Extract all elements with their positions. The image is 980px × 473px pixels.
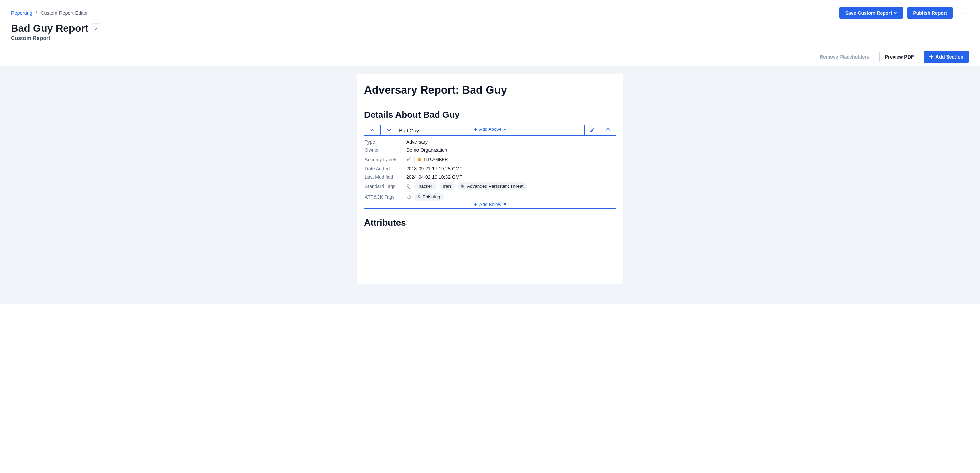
detail-label: ATT&CK Tags — [365, 194, 406, 200]
preview-pdf-button[interactable]: Preview PDF — [879, 51, 920, 63]
save-custom-report-label: Save Custom Report — [845, 10, 892, 16]
editor-canvas: Adversary Report: Bad Guy Details About … — [0, 66, 980, 304]
detail-value: Demo Organization — [406, 147, 447, 153]
tag-icon — [406, 194, 412, 200]
svg-point-3 — [407, 159, 409, 161]
tag-pill: hacker — [414, 182, 437, 190]
details-heading: Details About Bad Guy — [364, 110, 616, 120]
pencil-icon — [94, 26, 99, 30]
pencil-icon — [590, 127, 595, 133]
tag-pill: Advanced Persistent Threat — [458, 182, 527, 190]
breadcrumb-separator: / — [36, 10, 37, 16]
svg-point-1 — [962, 12, 963, 13]
remove-placeholders-button[interactable]: Remove Placeholders — [814, 51, 875, 63]
tag-label: Advanced Persistent Threat — [467, 184, 523, 189]
plus-icon — [929, 55, 933, 59]
svg-point-2 — [964, 12, 966, 13]
attributes-heading: Attributes — [364, 217, 616, 228]
attack-tag-pill: & Phishing — [414, 193, 444, 201]
ellipsis-icon — [960, 12, 966, 14]
detail-row-owner: Owner Demo Organization — [364, 146, 616, 154]
detail-value: 2024-04-02 19:10:32 GMT — [406, 174, 463, 180]
tlp-label: TLP:AMBER — [423, 157, 448, 162]
svg-point-4 — [408, 185, 408, 185]
tlp-badge: TLP:AMBER — [414, 156, 451, 163]
detail-value: Adversary — [406, 139, 428, 145]
detail-label: Owner — [365, 147, 406, 153]
add-below-button[interactable]: Add Below — [469, 200, 511, 209]
detail-row-last-modified: Last Modified 2024-04-02 19:10:32 GMT — [364, 173, 616, 181]
page-title: Bad Guy Report — [11, 22, 89, 34]
delete-section-button[interactable] — [600, 125, 616, 135]
preview-pdf-label: Preview PDF — [885, 54, 914, 59]
tag-icon — [406, 184, 412, 189]
trash-icon — [605, 127, 611, 133]
chevron-down-icon — [387, 129, 391, 132]
plus-icon — [474, 203, 477, 206]
add-section-label: Add Section — [935, 54, 963, 59]
plus-icon — [474, 127, 477, 131]
move-section-down-button[interactable] — [381, 125, 397, 135]
page-subtitle: Custom Report — [11, 35, 969, 41]
add-section-button[interactable]: Add Section — [924, 51, 969, 63]
detail-label: Type — [365, 139, 406, 145]
detail-value: 2018-09-21 17:19:28 GMT — [406, 166, 463, 172]
svg-point-5 — [408, 195, 408, 196]
svg-point-0 — [960, 12, 961, 13]
publish-report-button[interactable]: Publish Report — [907, 7, 953, 19]
tlp-amber-dot-icon — [417, 158, 421, 161]
breadcrumb-current: Custom Report Editor — [40, 10, 88, 16]
details-section-card: Bad Guy — [364, 125, 616, 209]
detail-row-date-added: Date Added 2018-09-21 17:19:28 GMT — [364, 165, 616, 173]
detail-row-standard-tags: Standard Tags hacker iran Advanced Persi… — [364, 181, 616, 191]
detail-label: Standard Tags — [365, 184, 406, 189]
attack-tag-label: Phishing — [423, 194, 440, 199]
more-actions-button[interactable] — [957, 7, 969, 19]
move-section-up-button[interactable] — [364, 125, 381, 135]
edit-section-button[interactable] — [584, 125, 600, 135]
attack-ampersand-icon: & — [417, 194, 421, 199]
chevron-down-icon — [894, 12, 897, 14]
caret-up-icon — [504, 128, 506, 130]
add-above-button[interactable]: Add Above — [469, 125, 511, 134]
detail-row-type: Type Adversary — [364, 138, 616, 146]
save-custom-report-button[interactable]: Save Custom Report — [840, 7, 904, 19]
tag-pill: iran — [439, 182, 455, 190]
edit-title-button[interactable] — [92, 24, 102, 33]
detail-label: Last Modified — [365, 174, 406, 180]
key-icon — [406, 157, 412, 162]
remove-placeholders-label: Remove Placeholders — [820, 54, 869, 59]
detail-row-security-labels: Security Labels TLP:AMBER — [364, 154, 616, 165]
tag-solid-icon — [460, 184, 465, 188]
caret-down-icon — [503, 204, 506, 205]
detail-label: Date Added — [365, 166, 406, 172]
report-document: Adversary Report: Bad Guy Details About … — [357, 74, 623, 284]
chevron-up-icon — [371, 129, 375, 132]
add-above-label: Add Above — [479, 127, 501, 132]
breadcrumb: Reporting / Custom Report Editor — [11, 10, 88, 16]
add-below-label: Add Below — [479, 202, 501, 207]
detail-label: Security Labels — [365, 157, 406, 162]
breadcrumb-root-link[interactable]: Reporting — [11, 10, 32, 16]
report-title: Adversary Report: Bad Guy — [364, 84, 616, 96]
publish-report-label: Publish Report — [913, 10, 947, 16]
